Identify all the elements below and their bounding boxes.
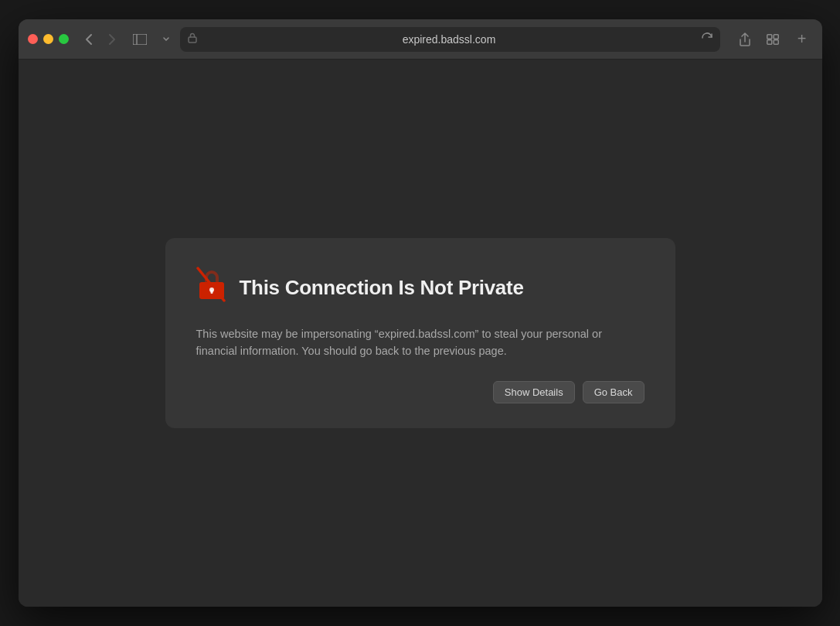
reload-button[interactable] bbox=[702, 32, 712, 46]
svg-rect-0 bbox=[133, 34, 147, 45]
warning-header: This Connection Is Not Private bbox=[196, 266, 644, 310]
sidebar-toggle-button[interactable] bbox=[129, 29, 151, 50]
browser-window: expired.badssl.com bbox=[19, 19, 822, 607]
url-text: expired.badssl.com bbox=[202, 33, 697, 46]
traffic-lights bbox=[28, 34, 69, 44]
svg-rect-6 bbox=[774, 39, 778, 44]
maximize-button[interactable] bbox=[59, 34, 69, 44]
minimize-button[interactable] bbox=[43, 34, 53, 44]
forward-button[interactable] bbox=[101, 29, 123, 50]
warning-card: This Connection Is Not Private This webs… bbox=[165, 238, 675, 429]
sidebar-dropdown-button[interactable] bbox=[158, 29, 174, 50]
svg-rect-3 bbox=[767, 34, 771, 39]
warning-actions: Show Details Go Back bbox=[196, 381, 644, 403]
tabs-overview-button[interactable] bbox=[760, 27, 785, 52]
page-content: This Connection Is Not Private This webs… bbox=[19, 60, 822, 607]
svg-rect-2 bbox=[189, 37, 196, 43]
share-button[interactable] bbox=[733, 27, 757, 52]
svg-rect-10 bbox=[210, 290, 213, 294]
go-back-button[interactable]: Go Back bbox=[583, 381, 644, 403]
nav-buttons bbox=[78, 29, 123, 50]
show-details-button[interactable]: Show Details bbox=[493, 381, 575, 403]
broken-lock-icon bbox=[196, 266, 227, 310]
close-button[interactable] bbox=[28, 34, 38, 44]
svg-rect-4 bbox=[774, 34, 778, 39]
back-button[interactable] bbox=[78, 29, 100, 50]
warning-title: This Connection Is Not Private bbox=[240, 276, 524, 300]
svg-rect-5 bbox=[767, 39, 771, 44]
title-bar: expired.badssl.com bbox=[19, 19, 822, 60]
add-tab-button[interactable]: + bbox=[791, 29, 813, 50]
security-icon bbox=[188, 32, 197, 46]
warning-body: This website may be impersonating “expir… bbox=[196, 325, 644, 360]
address-bar[interactable]: expired.badssl.com bbox=[180, 27, 720, 52]
toolbar-right bbox=[733, 27, 785, 52]
